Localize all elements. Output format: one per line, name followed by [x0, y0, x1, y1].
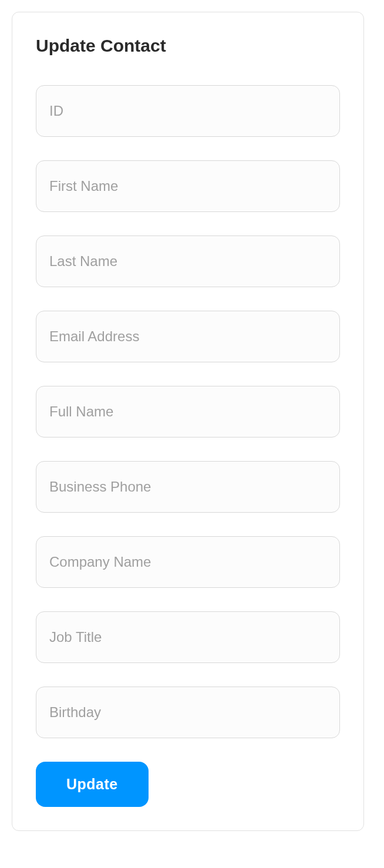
- first-name-input[interactable]: [36, 160, 340, 212]
- company-name-input[interactable]: [36, 536, 340, 588]
- form-group-job-title: [36, 611, 340, 663]
- form-group-birthday: [36, 687, 340, 738]
- birthday-input[interactable]: [36, 687, 340, 738]
- update-button[interactable]: Update: [36, 762, 149, 807]
- form-group-id: [36, 85, 340, 137]
- job-title-input[interactable]: [36, 611, 340, 663]
- full-name-input[interactable]: [36, 386, 340, 438]
- business-phone-input[interactable]: [36, 461, 340, 513]
- form-group-full-name: [36, 386, 340, 438]
- id-input[interactable]: [36, 85, 340, 137]
- form-group-company-name: [36, 536, 340, 588]
- form-group-first-name: [36, 160, 340, 212]
- form-group-business-phone: [36, 461, 340, 513]
- form-group-email: [36, 311, 340, 362]
- form-title: Update Contact: [36, 36, 340, 56]
- last-name-input[interactable]: [36, 235, 340, 287]
- email-input[interactable]: [36, 311, 340, 362]
- form-group-last-name: [36, 235, 340, 287]
- update-contact-card: Update Contact Update: [12, 12, 364, 831]
